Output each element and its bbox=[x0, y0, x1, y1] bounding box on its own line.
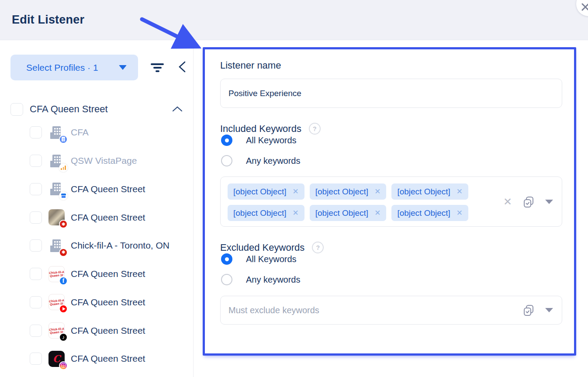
excluded-keywords-radio-group: All Keywords Any keywords bbox=[220, 253, 562, 285]
remove-keyword-icon[interactable]: ✕ bbox=[292, 208, 298, 218]
listener-name-label: Listener name bbox=[220, 60, 562, 71]
exclude-keywords-input[interactable] bbox=[228, 305, 496, 315]
radio-icon[interactable] bbox=[221, 135, 232, 146]
radio-icon[interactable] bbox=[221, 274, 232, 285]
profile-checkbox[interactable] bbox=[30, 268, 42, 280]
listener-form-panel: Listener name Included Keywords ? All Ke… bbox=[203, 47, 576, 356]
profile-row[interactable]: Chick-fil-AQueen St C CFA Queen Street bbox=[0, 345, 194, 373]
expand-keywords-icon[interactable] bbox=[545, 200, 553, 204]
keyword-chip-label: [object Object] bbox=[233, 187, 286, 197]
profile-row[interactable]: Chick-fil-AQueen St C CFA bbox=[0, 118, 194, 147]
remove-keyword-icon[interactable]: ✕ bbox=[292, 187, 298, 196]
select-profiles-dropdown[interactable]: Select Profiles · 1 bbox=[10, 55, 138, 80]
excluded-keywords-field[interactable] bbox=[220, 296, 562, 325]
profile-checkbox[interactable] bbox=[30, 296, 42, 308]
keyword-chip: [object Object] ✕ bbox=[228, 205, 304, 221]
keyword-chip-label: [object Object] bbox=[397, 208, 450, 218]
copy-select-icon[interactable] bbox=[522, 196, 535, 208]
analytics-badge-icon bbox=[61, 166, 66, 170]
network-badge-icon bbox=[59, 361, 68, 370]
filter-button[interactable] bbox=[148, 58, 167, 77]
profile-row[interactable]: Chick-fil-AQueen St C QSW VistaPage bbox=[0, 147, 194, 175]
profile-checkbox[interactable] bbox=[30, 325, 42, 337]
profiles-sidebar: Select Profiles · 1 CFA Queen Street bbox=[0, 41, 194, 377]
network-badge-icon: ♪ bbox=[59, 333, 68, 342]
radio-label: All Keywords bbox=[246, 135, 297, 145]
profile-label: CFA bbox=[71, 127, 89, 138]
radio-label: Any keywords bbox=[246, 275, 301, 285]
keyword-chip-label: [object Object] bbox=[315, 208, 368, 218]
profile-list: Chick-fil-AQueen St C CFA bbox=[0, 118, 194, 373]
keyword-chip: [object Object] ✕ bbox=[391, 205, 468, 221]
listener-name-input[interactable] bbox=[220, 79, 562, 108]
collapse-sidebar-button[interactable] bbox=[175, 59, 190, 76]
profile-row[interactable]: Chick-fil-AQueen St C ♪ CFA Queen Street bbox=[0, 316, 194, 345]
profile-checkbox[interactable] bbox=[30, 183, 42, 195]
remove-keyword-icon[interactable]: ✕ bbox=[457, 187, 463, 196]
profile-avatar: Chick-fil-AQueen St C bbox=[48, 153, 65, 169]
radio-option[interactable]: All Keywords bbox=[221, 135, 562, 146]
network-badge-icon bbox=[59, 191, 68, 200]
excluded-keywords-title: Excluded Keywords bbox=[220, 242, 304, 253]
clear-all-keywords-icon[interactable]: ✕ bbox=[503, 197, 512, 207]
profile-label: CFA Queen Street bbox=[71, 297, 145, 308]
collapse-group-button[interactable] bbox=[172, 105, 183, 114]
profile-row[interactable]: Chick-fil-AQueen St C ✱ CFA Queen Street bbox=[0, 203, 194, 232]
keyword-chip-label: [object Object] bbox=[315, 187, 368, 197]
dialog-header: Edit Listener bbox=[0, 0, 588, 40]
keyword-chip: [object Object] ✕ bbox=[391, 183, 468, 200]
keyword-chip: [object Object] ✕ bbox=[310, 183, 387, 200]
chevron-up-icon bbox=[172, 105, 183, 112]
profile-row[interactable]: Chick-fil-AQueen St C CFA Queen Street bbox=[0, 288, 194, 317]
radio-option[interactable]: Any keywords bbox=[221, 274, 562, 285]
profile-label: CFA Queen Street bbox=[71, 184, 145, 194]
instagram-badge-icon bbox=[61, 363, 66, 368]
included-keywords-field[interactable]: [object Object] ✕ [object Object] ✕ [obj… bbox=[220, 176, 562, 227]
radio-icon[interactable] bbox=[221, 253, 232, 265]
network-badge-icon: ✱ bbox=[59, 220, 68, 228]
select-profiles-label: Select Profiles · 1 bbox=[26, 62, 98, 73]
profile-avatar: Chick-fil-AQueen St C ✱ bbox=[48, 238, 65, 254]
profile-label: Chick-fil-A - Toronto, ON bbox=[71, 240, 169, 251]
profile-label: CFA Queen Street bbox=[71, 325, 145, 336]
profile-label: CFA Queen Street bbox=[71, 353, 145, 364]
network-badge-icon bbox=[59, 163, 68, 172]
included-keywords-title: Included Keywords bbox=[220, 123, 301, 135]
caret-down-icon bbox=[119, 65, 127, 70]
profile-row[interactable]: Chick-fil-AQueen St C f CFA Queen Street bbox=[0, 260, 194, 288]
profile-checkbox[interactable] bbox=[30, 155, 42, 167]
close-icon bbox=[581, 3, 588, 11]
profile-checkbox[interactable] bbox=[30, 211, 42, 224]
profile-checkbox[interactable] bbox=[30, 353, 42, 365]
radio-option[interactable]: All Keywords bbox=[221, 253, 562, 265]
help-icon[interactable]: ? bbox=[309, 123, 321, 135]
profile-avatar: Chick-fil-AQueen St C bbox=[48, 125, 65, 141]
copy-select-icon[interactable] bbox=[522, 304, 535, 316]
profile-avatar: Chick-fil-AQueen St C ✱ bbox=[48, 209, 65, 225]
group-label: CFA Queen Street bbox=[30, 104, 172, 115]
group-checkbox[interactable] bbox=[10, 103, 23, 116]
profile-checkbox[interactable] bbox=[30, 239, 42, 252]
remove-keyword-icon[interactable]: ✕ bbox=[374, 187, 380, 196]
help-icon[interactable]: ? bbox=[312, 242, 324, 253]
profile-avatar: Chick-fil-AQueen St C bbox=[48, 351, 65, 367]
radio-option[interactable]: Any keywords bbox=[221, 155, 562, 166]
profile-label: QSW VistaPage bbox=[71, 156, 137, 166]
radio-label: Any keywords bbox=[246, 156, 301, 166]
filter-icon bbox=[151, 63, 164, 65]
expand-keywords-icon[interactable] bbox=[545, 308, 553, 312]
profile-checkbox[interactable] bbox=[30, 126, 42, 138]
keyword-chip-label: [object Object] bbox=[397, 187, 450, 197]
profile-avatar: Chick-fil-AQueen St C bbox=[48, 181, 65, 197]
profile-avatar: Chick-fil-AQueen St C f bbox=[48, 266, 65, 282]
profile-row[interactable]: Chick-fil-AQueen St C ✱ Chick-fil-A - To… bbox=[0, 232, 194, 260]
radio-label: All Keywords bbox=[246, 254, 297, 264]
network-badge-icon: ✱ bbox=[59, 248, 68, 257]
youtube-badge-icon bbox=[62, 307, 66, 311]
network-badge-icon bbox=[59, 304, 68, 313]
remove-keyword-icon[interactable]: ✕ bbox=[457, 208, 463, 218]
chevron-left-icon bbox=[177, 60, 187, 73]
radio-icon[interactable] bbox=[221, 155, 232, 166]
profile-row[interactable]: Chick-fil-AQueen St C CFA Queen Street bbox=[0, 175, 194, 204]
remove-keyword-icon[interactable]: ✕ bbox=[374, 208, 380, 218]
